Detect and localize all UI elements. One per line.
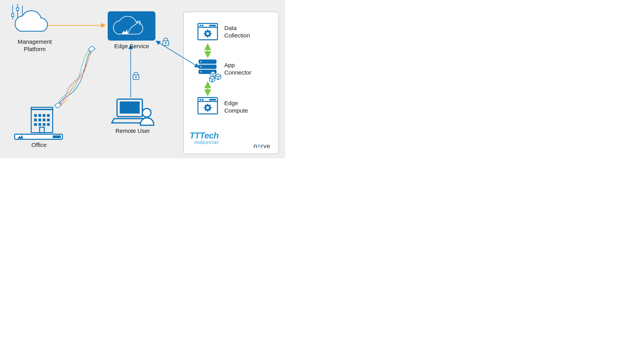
svg-rect-3 [163, 41, 169, 46]
svg-rect-17 [43, 114, 46, 117]
svg-rect-16 [38, 114, 41, 117]
label-management-platform: Management Platform [13, 38, 56, 53]
svg-rect-23 [34, 123, 37, 126]
svg-rect-5 [166, 43, 166, 44]
svg-rect-12 [108, 11, 156, 40]
svg-rect-31 [120, 102, 140, 114]
label-edge-service: Edge Service [110, 42, 153, 50]
svg-rect-2 [136, 77, 136, 78]
svg-rect-29 [53, 136, 61, 138]
vpn-bundle-icon [54, 46, 95, 108]
label-remote-user: Remote User [109, 127, 156, 134]
svg-point-4 [165, 42, 166, 44]
label-app-connector: App Connector [224, 62, 251, 76]
svg-rect-30 [117, 99, 142, 117]
logo-nerve: n=rve [254, 142, 270, 150]
diagram-canvas: Management Platform Edge Service Office … [0, 0, 285, 158]
svg-point-1 [135, 76, 137, 78]
lock-icon [133, 72, 139, 80]
svg-rect-19 [34, 118, 37, 121]
logo-tttech-main: TTTech [190, 131, 219, 140]
remote-user-icon [112, 99, 154, 125]
logo-nerve-post: rve [261, 142, 270, 150]
svg-rect-9 [16, 8, 19, 10]
svg-rect-15 [34, 114, 37, 117]
management-platform-icon [12, 4, 48, 31]
svg-rect-25 [43, 123, 46, 126]
svg-rect-21 [43, 118, 46, 121]
svg-point-32 [142, 108, 151, 117]
logo-nerve-pre: n [254, 142, 257, 150]
svg-rect-18 [47, 114, 50, 117]
svg-rect-0 [133, 75, 139, 80]
lock-icon [163, 38, 169, 46]
svg-rect-22 [47, 118, 50, 121]
svg-rect-28 [15, 134, 62, 139]
svg-rect-13 [31, 109, 53, 133]
svg-rect-27 [40, 127, 44, 133]
svg-rect-20 [38, 118, 41, 121]
logo-tttech: TTTech industrial [190, 131, 219, 145]
logo-nerve-accent: = [257, 142, 261, 150]
svg-rect-11 [21, 16, 24, 19]
svg-rect-7 [12, 14, 14, 16]
label-data-collection: Data Collection [224, 24, 250, 39]
label-office: Office [24, 141, 54, 149]
svg-rect-24 [38, 123, 41, 126]
edge-service-icon [108, 11, 156, 40]
office-icon [15, 107, 62, 139]
svg-rect-14 [31, 107, 53, 110]
svg-rect-26 [47, 123, 50, 126]
label-edge-compute: Edge Compute [224, 100, 248, 114]
